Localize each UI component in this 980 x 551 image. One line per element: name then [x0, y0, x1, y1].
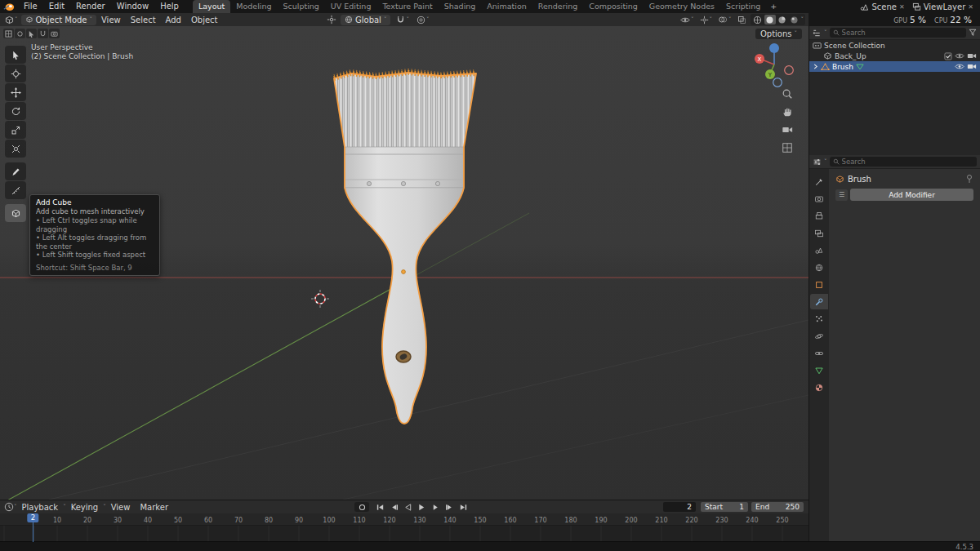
workspace-tab-compositing[interactable]: Compositing — [583, 0, 644, 13]
pan-hand-icon[interactable] — [780, 104, 795, 119]
scene-unlink-icon[interactable]: ✕ — [899, 3, 905, 11]
rotate-tool[interactable] — [5, 102, 26, 120]
menu-marker[interactable]: Marker — [135, 503, 173, 512]
menu-add[interactable]: Add — [161, 16, 186, 24]
editor-type-button[interactable] — [4, 15, 15, 25]
workspace-tab-shading[interactable]: Shading — [439, 0, 482, 13]
menu-keying[interactable]: Keying — [66, 503, 104, 512]
frame-start-field[interactable]: Start 1 — [701, 502, 748, 512]
tab-modifiers[interactable] — [810, 294, 828, 309]
next-frame-button[interactable] — [430, 502, 442, 512]
brush-object[interactable] — [334, 70, 476, 424]
view-layer-selector[interactable]: ViewLayer ✕ — [912, 2, 973, 11]
workspace-tab-animation[interactable]: Animation — [481, 0, 532, 13]
outliner-editor-icon[interactable] — [813, 29, 822, 38]
perspective-grid-icon[interactable] — [780, 140, 795, 155]
view-layer-unlink-icon[interactable]: ✕ — [968, 3, 973, 11]
tab-physics[interactable] — [810, 328, 828, 344]
move-tool[interactable] — [5, 83, 26, 101]
overlays-toggle[interactable]: ˅ — [716, 15, 733, 24]
annotate-tool[interactable] — [5, 162, 26, 180]
menu-window[interactable]: Window — [111, 0, 154, 13]
tab-object-data[interactable] — [810, 362, 828, 378]
tab-constraints[interactable] — [810, 345, 828, 361]
add-modifier-button[interactable]: Add Modifier — [850, 189, 973, 201]
auto-keying-button[interactable] — [354, 502, 369, 512]
menu-view[interactable]: View — [96, 16, 126, 24]
tab-tool[interactable] — [810, 174, 828, 189]
workspace-tab-scripting[interactable]: Scripting — [720, 0, 766, 13]
workspace-tab-uv-editing[interactable]: UV Editing — [325, 0, 377, 13]
navigation-gizmo[interactable]: X Y — [750, 39, 799, 88]
timeline-ruler[interactable]: 1020304050607080901001101201301401501601… — [0, 513, 808, 526]
current-frame-field[interactable]: 2 — [663, 502, 696, 512]
tab-particles[interactable] — [810, 311, 828, 327]
zoom-icon[interactable] — [780, 87, 795, 101]
snap-toggle[interactable]: ˅ — [394, 15, 411, 25]
outliner-search-input[interactable] — [842, 29, 964, 37]
cursor-tool[interactable] — [5, 64, 26, 82]
checkbox-icon[interactable] — [944, 52, 952, 60]
menu-edit[interactable]: Edit — [43, 0, 70, 13]
play-reverse-button[interactable] — [402, 502, 414, 512]
shading-wireframe-button[interactable] — [752, 15, 764, 24]
next-keyframe-button[interactable] — [443, 502, 456, 512]
frame-end-field[interactable]: End 250 — [751, 502, 804, 512]
workspace-tab-rendering[interactable]: Rendering — [532, 0, 584, 13]
hide-viewport-eye-icon[interactable] — [955, 52, 964, 60]
properties-editor-icon[interactable] — [813, 158, 822, 167]
proportional-editing-toggle[interactable]: ˅ — [415, 15, 431, 25]
disable-render-camera-icon[interactable] — [967, 63, 977, 70]
mode-dropdown[interactable]: Object Mode ˅ — [21, 15, 97, 25]
scale-tool[interactable] — [5, 121, 26, 139]
mini-snap-toggle-icon[interactable] — [38, 29, 48, 38]
tab-scene[interactable] — [810, 242, 828, 258]
workspace-tab-sculpting[interactable]: Sculpting — [277, 0, 324, 13]
tab-world[interactable] — [810, 260, 828, 275]
menu-render[interactable]: Render — [70, 0, 111, 13]
tab-material[interactable] — [810, 380, 828, 395]
options-dropdown[interactable]: Options ˅ — [755, 29, 802, 39]
transform-pivot-icon[interactable] — [327, 15, 336, 24]
disable-render-camera-icon[interactable] — [967, 52, 977, 60]
shading-rendered-button[interactable] — [789, 15, 800, 24]
filter-icon[interactable] — [969, 29, 977, 37]
jump-to-start-button[interactable] — [374, 502, 386, 512]
tab-output[interactable] — [810, 208, 828, 224]
mini-cursor-toggle-icon[interactable] — [15, 29, 25, 38]
menu-view-timeline[interactable]: View — [106, 503, 136, 512]
outliner-row-backup[interactable]: Back_Up — [809, 51, 980, 61]
camera-view-icon[interactable] — [780, 122, 795, 137]
modifier-menu-button[interactable]: ☰ — [835, 189, 848, 201]
blender-logo-icon[interactable] — [0, 2, 18, 11]
outliner-row-brush[interactable]: Brush — [809, 61, 980, 72]
pin-icon[interactable] — [965, 174, 973, 184]
menu-playback[interactable]: Playback — [17, 503, 64, 512]
menu-help[interactable]: Help — [154, 0, 185, 13]
hide-viewport-eye-icon[interactable] — [955, 63, 964, 70]
prev-keyframe-button[interactable] — [388, 502, 400, 512]
properties-search-input[interactable] — [842, 158, 974, 166]
workspace-tab-layout[interactable]: Layout — [193, 0, 230, 13]
properties-search[interactable] — [830, 157, 978, 167]
xray-toggle[interactable] — [736, 15, 748, 25]
select-box-tool[interactable] — [5, 46, 26, 64]
mini-select-toggle-icon[interactable] — [26, 29, 37, 38]
workspace-tab-geometry-nodes[interactable]: Geometry Nodes — [644, 0, 720, 13]
menu-object[interactable]: Object — [186, 16, 223, 24]
shading-material-button[interactable] — [777, 15, 788, 24]
menu-select[interactable]: Select — [126, 16, 161, 24]
tab-view-layer[interactable] — [810, 225, 828, 241]
workspace-tab-modeling[interactable]: Modeling — [230, 0, 277, 13]
add-cube-tool[interactable] — [5, 204, 26, 222]
3d-viewport[interactable]: Options ˅ User Perspective (2) Scene Col… — [0, 26, 808, 500]
jump-to-end-button[interactable] — [457, 502, 470, 512]
outliner-search[interactable] — [830, 28, 967, 38]
menu-file[interactable]: File — [18, 0, 43, 13]
add-workspace-button[interactable]: + — [766, 0, 781, 13]
timeline-track-area[interactable] — [0, 526, 808, 542]
play-button[interactable] — [416, 502, 428, 512]
tab-render[interactable] — [810, 191, 828, 207]
expand-chevron-icon[interactable] — [813, 64, 818, 69]
object-visibility-dropdown[interactable]: ˅ — [679, 16, 696, 24]
